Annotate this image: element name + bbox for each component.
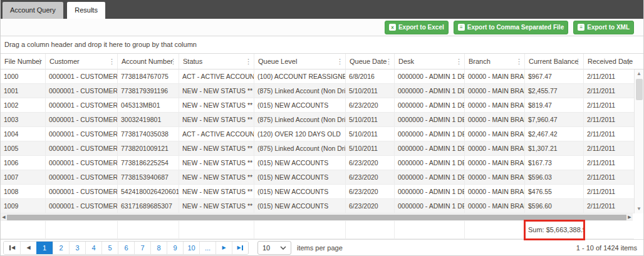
table-row[interactable]: 10070000001 - CUSTOMER ONE7738153940687N… xyxy=(1,170,634,185)
column-menu-icon[interactable]: ⋮ xyxy=(516,57,522,66)
column-header-customer[interactable]: Customer⋮ xyxy=(46,54,118,69)
excel-file-icon xyxy=(389,24,396,31)
column-header-desk[interactable]: Desk⋮ xyxy=(395,54,465,69)
scroll-up-icon[interactable]: ▲ xyxy=(636,69,641,78)
column-header-label: Queue Date xyxy=(350,58,387,65)
column-header-queue-date[interactable]: Queue Date⋮ xyxy=(346,54,395,69)
table-row[interactable]: 10000000001 - CUSTOMER ONE7738184767075A… xyxy=(1,69,634,84)
grid-cell: 1002 xyxy=(1,98,46,113)
vertical-scrollbar[interactable]: ▲ ▼ xyxy=(634,69,643,213)
page-button-4[interactable]: 4 xyxy=(85,242,101,254)
tab-bar: Account Query Results xyxy=(1,0,643,19)
grid-cell: 00000 - MAIN BRANCH xyxy=(465,84,525,98)
grid-cell: 1004 xyxy=(1,127,46,141)
table-row[interactable]: 10080000001 - CUSTOMER ONE54241800264206… xyxy=(1,185,634,199)
column-header-queue-level[interactable]: Queue Level⋮ xyxy=(254,54,346,69)
grid-cell: 0000000 - ADMIN 1 DESK xyxy=(395,127,465,141)
table-row[interactable]: 10030000001 - CUSTOMER ONE30032419801NEW… xyxy=(1,113,634,127)
grid-cell: 2/11/2011 xyxy=(584,98,634,113)
column-header-status[interactable]: Status⋮ xyxy=(179,54,254,69)
grid-cell: (015) NEW ACCOUNTS xyxy=(254,185,346,199)
tab-account-query[interactable]: Account Query xyxy=(3,2,63,19)
previous-page-button[interactable]: ◀ xyxy=(20,242,36,254)
column-header-account-number[interactable]: Account Number⋮ xyxy=(118,54,179,69)
grid-cell: 2/11/2011 xyxy=(584,141,634,156)
column-menu-icon[interactable]: ⋮ xyxy=(36,57,43,66)
column-menu-icon[interactable]: ⋮ xyxy=(455,57,462,66)
footer-cell xyxy=(46,221,118,239)
page-button-6[interactable]: 6 xyxy=(118,242,134,254)
footer-cell xyxy=(395,221,465,239)
horizontal-scrollbar-thumb[interactable] xyxy=(7,215,626,220)
sum-total-cell: Sum: $5,663,388.98 xyxy=(525,221,584,239)
horizontal-scrollbar[interactable]: ◀ ▶ xyxy=(1,213,633,221)
grid-footer: Sum: $5,663,388.98 xyxy=(1,221,643,240)
tab-results[interactable]: Results xyxy=(67,2,105,19)
group-by-drop-zone[interactable]: Drag a column header and drop it here to… xyxy=(1,36,643,53)
table-row[interactable]: 10020000001 - CUSTOMER ONE045313MB01NEW … xyxy=(1,98,634,113)
scroll-down-icon[interactable]: ▼ xyxy=(636,205,641,213)
column-menu-icon[interactable]: ⋮ xyxy=(625,57,632,66)
grid-cell: 2/11/2011 xyxy=(584,69,634,84)
grid-cell: (015) NEW ACCOUNTS xyxy=(254,199,346,213)
table-row[interactable]: 10050000001 - CUSTOMER ONE7738201009121N… xyxy=(1,141,634,156)
grid-cell: 0000000 - ADMIN 1 DESK xyxy=(395,141,465,156)
column-menu-icon[interactable]: ⋮ xyxy=(385,57,392,66)
grid-cell: 0000001 - CUSTOMER ONE xyxy=(46,141,118,156)
column-menu-icon[interactable]: ⋮ xyxy=(170,57,177,66)
grid-footer-table: Sum: $5,663,388.98 xyxy=(1,221,634,239)
page-button-9[interactable]: 9 xyxy=(167,242,183,254)
page-button-7[interactable]: 7 xyxy=(134,242,150,254)
grid-cell: NEW - NEW STATUS ** xyxy=(179,84,254,98)
scroll-left-icon[interactable]: ◀ xyxy=(1,213,7,221)
grid-cell: 0000001 - CUSTOMER ONE xyxy=(46,98,118,113)
export-toolbar: Export to Excel Export to Comma Separate… xyxy=(1,19,643,36)
column-menu-icon[interactable]: ⋮ xyxy=(336,57,343,66)
grid-cell: 6/23/2020 xyxy=(346,170,395,185)
grid-cell: $596.03 xyxy=(525,170,584,185)
table-row[interactable]: 10040000001 - CUSTOMER ONE7738174035038A… xyxy=(1,127,634,141)
last-page-button[interactable]: ▶ xyxy=(232,242,248,254)
footer-cell xyxy=(346,221,395,239)
grid-header-row: File Number⋮Customer⋮Account Number⋮Stat… xyxy=(1,54,634,69)
page-button-3[interactable]: 3 xyxy=(69,242,85,254)
grid-body-table: 10000000001 - CUSTOMER ONE7738184767075A… xyxy=(1,69,634,213)
column-menu-icon[interactable]: ⋮ xyxy=(574,57,581,66)
grid-cell: 7738153940687 xyxy=(118,170,179,185)
grid-cell: (015) NEW ACCOUNTS xyxy=(254,98,346,113)
table-row[interactable]: 10090000001 - CUSTOMER ONE63171689685307… xyxy=(1,199,634,213)
grid-cell: 5/10/2011 xyxy=(346,127,395,141)
page-button-...[interactable]: ... xyxy=(199,242,216,254)
grid-cell: 1008 xyxy=(1,185,46,199)
column-header-received-date[interactable]: Received Date⋮ xyxy=(584,54,634,69)
page-button-10[interactable]: 10 xyxy=(183,242,199,254)
page-size-select[interactable]: 10 xyxy=(257,241,291,255)
grid-cell: 00000 - MAIN BRANCH xyxy=(465,199,525,213)
page-button-5[interactable]: 5 xyxy=(101,242,118,254)
column-header-label: Status xyxy=(183,58,202,65)
column-header-file-number[interactable]: File Number⋮ xyxy=(1,54,46,69)
table-row[interactable]: 10010000001 - CUSTOMER ONE7738179391196N… xyxy=(1,84,634,98)
first-page-button[interactable]: ◀ xyxy=(4,242,20,254)
next-page-button[interactable]: ▶ xyxy=(216,242,232,254)
column-header-current-balance[interactable]: Current Balance⋮ xyxy=(525,54,584,69)
page-button-1[interactable]: 1 xyxy=(36,242,53,254)
grid-cell: 1003 xyxy=(1,113,46,127)
table-row[interactable]: 10060000001 - CUSTOMER ONE7738186225254N… xyxy=(1,156,634,170)
page-button-2[interactable]: 2 xyxy=(53,242,69,254)
export-to-xml-button[interactable]: Export to XML xyxy=(573,21,634,34)
column-header-branch[interactable]: Branch⋮ xyxy=(465,54,525,69)
scroll-right-icon[interactable]: ▶ xyxy=(626,213,633,221)
grid-cell: 045313MB01 xyxy=(118,98,179,113)
export-to-excel-button[interactable]: Export to Excel xyxy=(385,21,449,34)
grid-cell: 1006 xyxy=(1,156,46,170)
vertical-scrollbar-thumb[interactable] xyxy=(636,79,643,100)
page-button-8[interactable]: 8 xyxy=(150,242,167,254)
column-header-label: Queue Level xyxy=(258,58,297,65)
column-menu-icon[interactable]: ⋮ xyxy=(108,57,115,66)
export-to-csv-button[interactable]: Export to Comma Separated File xyxy=(454,21,568,34)
column-menu-icon[interactable]: ⋮ xyxy=(245,57,252,66)
export-to-xml-label: Export to XML xyxy=(587,24,630,31)
grid-cell: (100) ACCOUNT REASSIGNED xyxy=(254,69,346,84)
grid-cell: 0000000 - ADMIN 1 DESK xyxy=(395,98,465,113)
